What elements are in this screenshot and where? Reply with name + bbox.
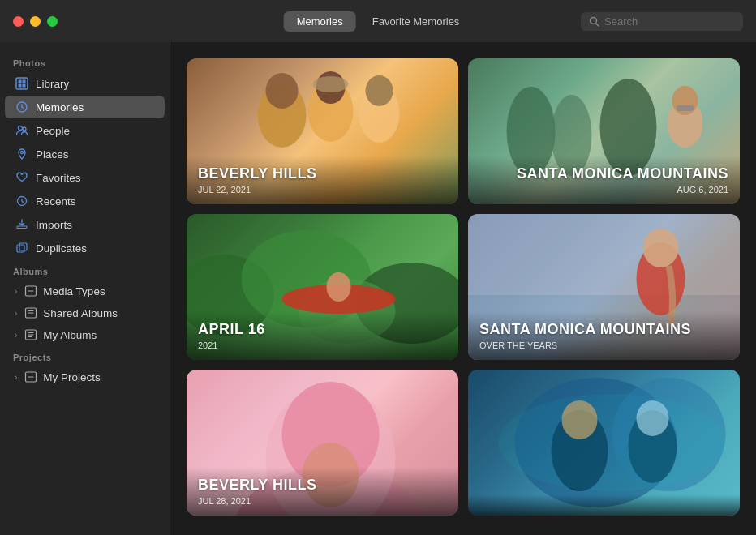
card-overlay-sm2: Santa Monica Mountains OVER THE YEARS [468,311,740,360]
svg-rect-31 [677,105,694,111]
chevron-right-icon-4: › [15,373,17,382]
imports-icon [15,217,29,232]
sidebar: Photos Library Memories People [0,42,170,535]
svg-rect-38 [468,214,740,295]
maximize-button[interactable] [47,16,58,27]
memory-card-bh2[interactable]: Beverly Hills JUL 28, 2021 [187,370,458,516]
minimize-button[interactable] [30,16,41,27]
library-icon [15,76,29,91]
sidebar-item-favorites-label: Favorites [36,172,81,184]
memory-card-bh1[interactable]: BEVERLY HILLS JUL 22, 2021 [187,58,458,204]
card-background-c6 [468,370,740,516]
sidebar-item-duplicates-label: Duplicates [36,242,87,255]
sidebar-group-shared-albums-label: Shared Albums [43,307,118,319]
sidebar-group-my-projects-label: My Projects [43,371,101,383]
svg-point-8 [19,126,23,131]
card-overlay-bh1: BEVERLY HILLS JUL 22, 2021 [187,156,458,204]
chevron-right-icon: › [15,287,17,296]
card-title-sm2: Santa Monica Mountains [479,321,728,339]
svg-rect-6 [23,84,26,88]
sidebar-group-media-types-label: Media Types [43,285,105,297]
svg-rect-5 [19,84,22,88]
svg-point-37 [327,272,351,302]
card-subtitle-bh1: JUL 22, 2021 [198,185,447,195]
memory-card-apr[interactable]: APRIL 16 2021 [187,214,458,360]
chevron-right-icon-2: › [15,309,17,318]
card-title-bh1: BEVERLY HILLS [198,165,447,183]
svg-point-20 [266,73,299,109]
sidebar-item-library[interactable]: Library [5,72,165,95]
card-title-sm1: Santa Monica Mountains [479,165,728,183]
sidebar-item-favorites[interactable]: Favorites [5,166,165,189]
search-input[interactable] [604,15,735,28]
my-projects-icon [24,370,38,384]
svg-rect-2 [16,78,28,89]
card-subtitle-bh2: JUL 28, 2021 [198,496,447,506]
card-subtitle-sm1: AUG 6, 2021 [479,185,728,195]
sidebar-item-imports-label: Imports [36,219,72,231]
svg-point-41 [643,229,679,268]
memories-content: BEVERLY HILLS JUL 22, 2021 [170,42,756,535]
sidebar-item-people-label: People [36,125,70,137]
memory-card-sm1[interactable]: Santa Monica Mountains AUG 6, 2021 [468,58,740,204]
titlebar-tabs: Memories Favorite Memories [284,11,473,32]
sidebar-item-places-label: Places [36,148,69,160]
svg-point-25 [313,76,349,92]
sidebar-group-my-projects[interactable]: › My Projects [5,366,165,387]
search-icon [589,16,599,27]
svg-point-52 [499,394,726,491]
svg-point-10 [21,152,24,154]
photos-section-label: Photos [0,52,170,71]
card-overlay-sm1: Santa Monica Mountains AUG 6, 2021 [468,156,740,204]
sidebar-item-memories[interactable]: Memories [5,96,165,118]
main: Photos Library Memories People [0,42,756,535]
sidebar-item-recents[interactable]: Recents [5,190,165,212]
tab-favorite-memories[interactable]: Favorite Memories [359,11,473,32]
svg-rect-13 [17,245,24,252]
media-types-icon [24,284,38,298]
svg-rect-4 [23,80,26,83]
svg-point-24 [366,75,393,106]
titlebar: Memories Favorite Memories [0,0,756,42]
card-overlay-c6 [468,494,740,516]
albums-section-label: Albums [0,260,170,280]
svg-point-9 [23,127,26,131]
sidebar-item-memories-label: Memories [36,101,84,113]
tab-memories[interactable]: Memories [284,11,356,32]
svg-line-1 [596,23,599,25]
favorites-icon [15,170,29,185]
sidebar-item-recents-label: Recents [36,195,76,208]
my-albums-icon [24,327,38,342]
close-button[interactable] [13,16,24,27]
svg-rect-12 [17,226,27,229]
memory-card-c6[interactable] [468,370,740,516]
sidebar-item-imports[interactable]: Imports [5,213,165,236]
traffic-lights [13,16,58,27]
recents-icon [15,194,29,208]
memories-grid: BEVERLY HILLS JUL 22, 2021 [187,58,740,516]
card-subtitle-sm2: OVER THE YEARS [479,340,728,350]
sidebar-item-people[interactable]: People [5,119,165,142]
card-overlay-bh2: Beverly Hills JUL 28, 2021 [187,467,458,516]
sidebar-item-duplicates[interactable]: Duplicates [5,237,165,259]
card-subtitle-apr: 2021 [198,340,447,350]
card-title-bh2: Beverly Hills [198,477,447,494]
search-box[interactable] [581,12,743,31]
sidebar-item-places[interactable]: Places [5,143,165,165]
svg-rect-14 [19,243,27,250]
duplicates-icon [15,241,29,255]
svg-rect-3 [19,80,22,83]
sidebar-group-my-albums[interactable]: › My Albums [5,324,165,345]
places-icon [15,147,29,161]
chevron-right-icon-3: › [15,331,17,340]
memory-card-sm2[interactable]: Santa Monica Mountains OVER THE YEARS [468,214,740,360]
projects-section-label: Projects [0,346,170,366]
sidebar-group-shared-albums[interactable]: › Shared Albums [5,302,165,323]
people-icon [15,123,29,138]
card-title-apr: APRIL 16 [198,321,447,339]
card-overlay-apr: APRIL 16 2021 [187,311,458,360]
sidebar-item-library-label: Library [36,78,69,90]
sidebar-group-my-albums-label: My Albums [43,329,97,341]
shared-albums-icon [24,306,38,320]
sidebar-group-media-types[interactable]: › Media Types [5,280,165,302]
